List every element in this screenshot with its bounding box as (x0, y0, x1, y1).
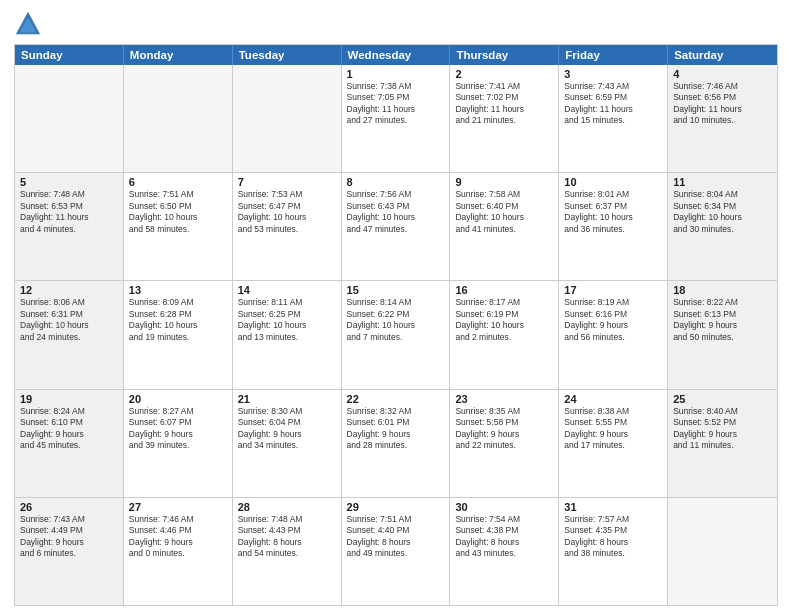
day-info: Sunrise: 8:27 AM Sunset: 6:07 PM Dayligh… (129, 406, 227, 452)
day-number: 19 (20, 393, 118, 405)
day-cell-7: 7Sunrise: 7:53 AM Sunset: 6:47 PM Daylig… (233, 173, 342, 280)
day-cell-12: 12Sunrise: 8:06 AM Sunset: 6:31 PM Dayli… (15, 281, 124, 388)
empty-cell-0-2 (233, 65, 342, 172)
day-number: 29 (347, 501, 445, 513)
day-number: 13 (129, 284, 227, 296)
day-number: 8 (347, 176, 445, 188)
logo (14, 10, 46, 38)
day-info: Sunrise: 8:09 AM Sunset: 6:28 PM Dayligh… (129, 297, 227, 343)
day-cell-8: 8Sunrise: 7:56 AM Sunset: 6:43 PM Daylig… (342, 173, 451, 280)
day-number: 22 (347, 393, 445, 405)
day-info: Sunrise: 7:56 AM Sunset: 6:43 PM Dayligh… (347, 189, 445, 235)
header (14, 10, 778, 38)
calendar-row-4: 26Sunrise: 7:43 AM Sunset: 4:49 PM Dayli… (15, 497, 777, 605)
empty-cell-4-6 (668, 498, 777, 605)
day-number: 4 (673, 68, 772, 80)
header-day-friday: Friday (559, 45, 668, 65)
calendar-row-3: 19Sunrise: 8:24 AM Sunset: 6:10 PM Dayli… (15, 389, 777, 497)
day-number: 7 (238, 176, 336, 188)
day-info: Sunrise: 8:40 AM Sunset: 5:52 PM Dayligh… (673, 406, 772, 452)
day-info: Sunrise: 8:19 AM Sunset: 6:16 PM Dayligh… (564, 297, 662, 343)
day-info: Sunrise: 7:53 AM Sunset: 6:47 PM Dayligh… (238, 189, 336, 235)
day-info: Sunrise: 7:58 AM Sunset: 6:40 PM Dayligh… (455, 189, 553, 235)
day-number: 21 (238, 393, 336, 405)
day-cell-14: 14Sunrise: 8:11 AM Sunset: 6:25 PM Dayli… (233, 281, 342, 388)
day-number: 27 (129, 501, 227, 513)
day-cell-4: 4Sunrise: 7:46 AM Sunset: 6:56 PM Daylig… (668, 65, 777, 172)
day-info: Sunrise: 7:38 AM Sunset: 7:05 PM Dayligh… (347, 81, 445, 127)
calendar-body: 1Sunrise: 7:38 AM Sunset: 7:05 PM Daylig… (15, 65, 777, 605)
day-number: 1 (347, 68, 445, 80)
day-number: 2 (455, 68, 553, 80)
day-info: Sunrise: 8:01 AM Sunset: 6:37 PM Dayligh… (564, 189, 662, 235)
day-number: 20 (129, 393, 227, 405)
day-info: Sunrise: 7:48 AM Sunset: 6:53 PM Dayligh… (20, 189, 118, 235)
calendar-row-1: 5Sunrise: 7:48 AM Sunset: 6:53 PM Daylig… (15, 172, 777, 280)
day-info: Sunrise: 8:06 AM Sunset: 6:31 PM Dayligh… (20, 297, 118, 343)
day-number: 14 (238, 284, 336, 296)
day-number: 23 (455, 393, 553, 405)
day-cell-31: 31Sunrise: 7:57 AM Sunset: 4:35 PM Dayli… (559, 498, 668, 605)
calendar: SundayMondayTuesdayWednesdayThursdayFrid… (14, 44, 778, 606)
day-number: 12 (20, 284, 118, 296)
day-info: Sunrise: 7:46 AM Sunset: 4:46 PM Dayligh… (129, 514, 227, 560)
header-day-saturday: Saturday (668, 45, 777, 65)
day-cell-10: 10Sunrise: 8:01 AM Sunset: 6:37 PM Dayli… (559, 173, 668, 280)
header-day-thursday: Thursday (450, 45, 559, 65)
header-day-wednesday: Wednesday (342, 45, 451, 65)
day-number: 9 (455, 176, 553, 188)
day-number: 28 (238, 501, 336, 513)
page: SundayMondayTuesdayWednesdayThursdayFrid… (0, 0, 792, 612)
day-number: 6 (129, 176, 227, 188)
day-number: 30 (455, 501, 553, 513)
day-cell-21: 21Sunrise: 8:30 AM Sunset: 6:04 PM Dayli… (233, 390, 342, 497)
day-number: 31 (564, 501, 662, 513)
day-cell-1: 1Sunrise: 7:38 AM Sunset: 7:05 PM Daylig… (342, 65, 451, 172)
day-cell-24: 24Sunrise: 8:38 AM Sunset: 5:55 PM Dayli… (559, 390, 668, 497)
day-info: Sunrise: 8:30 AM Sunset: 6:04 PM Dayligh… (238, 406, 336, 452)
day-info: Sunrise: 8:04 AM Sunset: 6:34 PM Dayligh… (673, 189, 772, 235)
empty-cell-0-1 (124, 65, 233, 172)
day-cell-26: 26Sunrise: 7:43 AM Sunset: 4:49 PM Dayli… (15, 498, 124, 605)
day-info: Sunrise: 7:57 AM Sunset: 4:35 PM Dayligh… (564, 514, 662, 560)
day-cell-6: 6Sunrise: 7:51 AM Sunset: 6:50 PM Daylig… (124, 173, 233, 280)
day-cell-17: 17Sunrise: 8:19 AM Sunset: 6:16 PM Dayli… (559, 281, 668, 388)
day-info: Sunrise: 8:14 AM Sunset: 6:22 PM Dayligh… (347, 297, 445, 343)
day-number: 5 (20, 176, 118, 188)
logo-icon (14, 10, 42, 38)
day-cell-29: 29Sunrise: 7:51 AM Sunset: 4:40 PM Dayli… (342, 498, 451, 605)
day-number: 18 (673, 284, 772, 296)
day-number: 17 (564, 284, 662, 296)
day-number: 3 (564, 68, 662, 80)
day-cell-25: 25Sunrise: 8:40 AM Sunset: 5:52 PM Dayli… (668, 390, 777, 497)
day-info: Sunrise: 7:51 AM Sunset: 4:40 PM Dayligh… (347, 514, 445, 560)
day-cell-9: 9Sunrise: 7:58 AM Sunset: 6:40 PM Daylig… (450, 173, 559, 280)
day-number: 26 (20, 501, 118, 513)
day-info: Sunrise: 7:54 AM Sunset: 4:38 PM Dayligh… (455, 514, 553, 560)
day-info: Sunrise: 8:32 AM Sunset: 6:01 PM Dayligh… (347, 406, 445, 452)
header-day-sunday: Sunday (15, 45, 124, 65)
day-info: Sunrise: 7:46 AM Sunset: 6:56 PM Dayligh… (673, 81, 772, 127)
day-info: Sunrise: 7:43 AM Sunset: 6:59 PM Dayligh… (564, 81, 662, 127)
day-number: 25 (673, 393, 772, 405)
day-cell-18: 18Sunrise: 8:22 AM Sunset: 6:13 PM Dayli… (668, 281, 777, 388)
day-cell-19: 19Sunrise: 8:24 AM Sunset: 6:10 PM Dayli… (15, 390, 124, 497)
day-number: 24 (564, 393, 662, 405)
day-info: Sunrise: 8:22 AM Sunset: 6:13 PM Dayligh… (673, 297, 772, 343)
day-cell-20: 20Sunrise: 8:27 AM Sunset: 6:07 PM Dayli… (124, 390, 233, 497)
header-day-tuesday: Tuesday (233, 45, 342, 65)
header-day-monday: Monday (124, 45, 233, 65)
day-cell-28: 28Sunrise: 7:48 AM Sunset: 4:43 PM Dayli… (233, 498, 342, 605)
empty-cell-0-0 (15, 65, 124, 172)
day-number: 16 (455, 284, 553, 296)
day-cell-5: 5Sunrise: 7:48 AM Sunset: 6:53 PM Daylig… (15, 173, 124, 280)
day-info: Sunrise: 7:51 AM Sunset: 6:50 PM Dayligh… (129, 189, 227, 235)
day-cell-16: 16Sunrise: 8:17 AM Sunset: 6:19 PM Dayli… (450, 281, 559, 388)
day-cell-23: 23Sunrise: 8:35 AM Sunset: 5:58 PM Dayli… (450, 390, 559, 497)
calendar-row-0: 1Sunrise: 7:38 AM Sunset: 7:05 PM Daylig… (15, 65, 777, 172)
calendar-header: SundayMondayTuesdayWednesdayThursdayFrid… (15, 45, 777, 65)
day-number: 15 (347, 284, 445, 296)
day-info: Sunrise: 8:38 AM Sunset: 5:55 PM Dayligh… (564, 406, 662, 452)
day-number: 11 (673, 176, 772, 188)
day-info: Sunrise: 8:11 AM Sunset: 6:25 PM Dayligh… (238, 297, 336, 343)
